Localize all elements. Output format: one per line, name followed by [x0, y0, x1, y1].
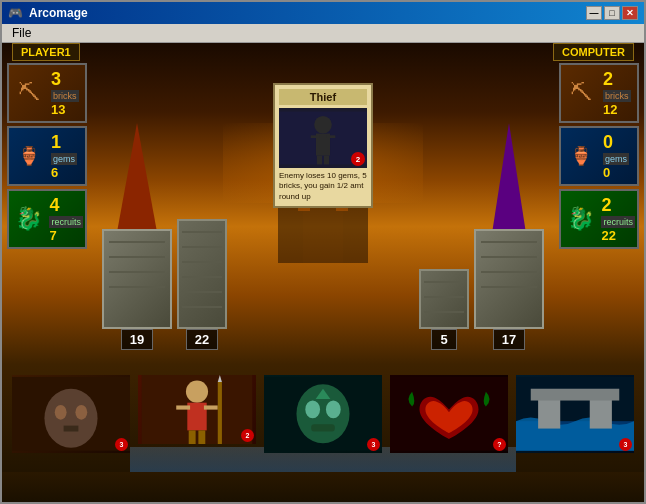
active-card-title: Thief [279, 89, 367, 105]
ground [2, 472, 644, 502]
svg-rect-29 [176, 405, 190, 409]
active-card: Thief 2 Enemy loses 10 gems [273, 83, 373, 208]
player1-recruits-number: 4 [49, 196, 83, 214]
svg-rect-33 [218, 382, 222, 444]
minimize-button[interactable]: — [586, 6, 602, 20]
computer-recruits-label: recruits [601, 216, 635, 228]
card-dragons-heart-cost: ? [493, 438, 506, 451]
card-crystallize-cost: 3 [367, 438, 380, 451]
hand-card-dragons-heart[interactable]: Dragon's Heart ? +20 Wall +8 Tower [388, 361, 510, 467]
card-crystallize-image: 3 [264, 375, 382, 453]
player1-recruits-total: 7 [49, 228, 83, 243]
card-foundations-image: 3 [516, 375, 634, 453]
svg-point-38 [305, 401, 320, 419]
maximize-button[interactable]: □ [604, 6, 620, 20]
svg-rect-32 [198, 430, 205, 444]
player1-resources: ⛏ 3 bricks 13 🏺 1 gems 6 [7, 63, 87, 249]
svg-point-15 [314, 116, 332, 134]
player1-bricks-card: ⛏ 3 bricks 13 [7, 63, 87, 123]
active-card-cost: 2 [351, 152, 365, 166]
svg-rect-46 [531, 389, 620, 401]
card-spearman-image: 2 [138, 375, 256, 444]
computer-label: COMPUTER [553, 43, 634, 61]
svg-point-24 [75, 405, 87, 420]
app-icon: 🎮 [8, 6, 23, 20]
app-window: 🎮 Arcomage — □ ✕ File [0, 0, 646, 504]
player1-recruits-label: recruits [49, 216, 83, 228]
svg-rect-17 [311, 135, 320, 138]
svg-rect-28 [187, 403, 206, 431]
active-card-image: 2 [279, 108, 367, 168]
card-secret-room-image: 3 [12, 375, 130, 453]
svg-rect-30 [204, 405, 218, 409]
player1-gems-total: 6 [51, 165, 77, 180]
player1-gems-label: gems [51, 153, 77, 165]
computer-wall-number: 5 [431, 329, 456, 350]
svg-rect-31 [189, 430, 196, 444]
gems-icon: 🏺 [9, 128, 49, 184]
computer-bricks-card: ⛏ 2 bricks 12 [559, 63, 639, 123]
computer-bricks-label: bricks [603, 90, 631, 102]
computer-tower: 17 [469, 123, 549, 353]
player1-gems-card: 🏺 1 gems 6 [7, 126, 87, 186]
svg-rect-25 [64, 426, 79, 432]
menu-bar: File [2, 24, 644, 43]
player1-bricks-number: 3 [51, 70, 79, 88]
computer-gems-number: 0 [603, 133, 629, 151]
player1-tower-number: 19 [121, 329, 153, 350]
computer-gems-icon: 🏺 [561, 128, 601, 184]
svg-rect-18 [327, 135, 336, 138]
computer-gems-card: 🏺 0 gems 0 [559, 126, 639, 186]
svg-rect-40 [311, 424, 335, 431]
computer-recruits-number: 2 [601, 196, 635, 214]
svg-rect-20 [324, 156, 329, 165]
hand-card-secret-room[interactable]: Secret Room 3 +1 Magic Play again [10, 361, 132, 467]
player1-label: PLAYER1 [12, 43, 80, 61]
svg-point-23 [55, 405, 67, 420]
player1-wall: 22 [177, 219, 227, 353]
computer-wall: 5 [419, 269, 469, 353]
bricks-icon: ⛏ [9, 65, 49, 121]
hand-card-crystallize[interactable]: Crystallize 3 +11 Tower -6 Wall [262, 361, 384, 467]
svg-point-27 [186, 381, 208, 403]
hand-card-foundations[interactable]: Foundations 3 If wall = 0, +6 wall, el [514, 361, 636, 467]
computer-bricks-number: 2 [603, 70, 631, 88]
computer-tower-number: 17 [493, 329, 525, 350]
recruits-icon: 🐉 [9, 191, 47, 247]
card-secret-room-cost: 3 [115, 438, 128, 451]
computer-recruits-icon: 🐉 [561, 191, 599, 247]
game-area: PLAYER1 COMPUTER ⛏ 3 bricks 13 🏺 [2, 43, 644, 502]
player1-bricks-label: bricks [51, 90, 79, 102]
player1-recruits-card: 🐉 4 recruits 7 [7, 189, 87, 249]
window-title: Arcomage [29, 6, 88, 20]
player1-wall-number: 22 [186, 329, 218, 350]
active-card-text: Enemy loses 10 gems, 5 bricks, you gain … [279, 171, 367, 202]
computer-bricks-icon: ⛏ [561, 65, 601, 121]
player1-bricks-total: 13 [51, 102, 79, 117]
player1-gems-number: 1 [51, 133, 77, 151]
file-menu[interactable]: File [8, 25, 35, 41]
svg-point-22 [44, 389, 97, 448]
title-bar: 🎮 Arcomage — □ ✕ [2, 2, 644, 24]
computer-gems-label: gems [603, 153, 629, 165]
title-left: 🎮 Arcomage [8, 6, 88, 20]
computer-gems-total: 0 [603, 165, 629, 180]
player1-tower: 19 [97, 123, 177, 353]
card-foundations-cost: 3 [619, 438, 632, 451]
svg-point-39 [326, 401, 341, 419]
computer-resources: ⛏ 2 bricks 12 🏺 0 gems 0 [559, 63, 639, 249]
computer-bricks-total: 12 [603, 102, 631, 117]
play-area: PLAYER1 COMPUTER ⛏ 3 bricks 13 🏺 [2, 43, 644, 353]
computer-recruits-total: 22 [601, 228, 635, 243]
title-controls: — □ ✕ [586, 6, 638, 20]
card-dragons-heart-image: ? [390, 375, 508, 453]
close-button[interactable]: ✕ [622, 6, 638, 20]
svg-rect-19 [317, 156, 322, 165]
computer-recruits-card: 🐉 2 recruits 22 [559, 189, 639, 249]
